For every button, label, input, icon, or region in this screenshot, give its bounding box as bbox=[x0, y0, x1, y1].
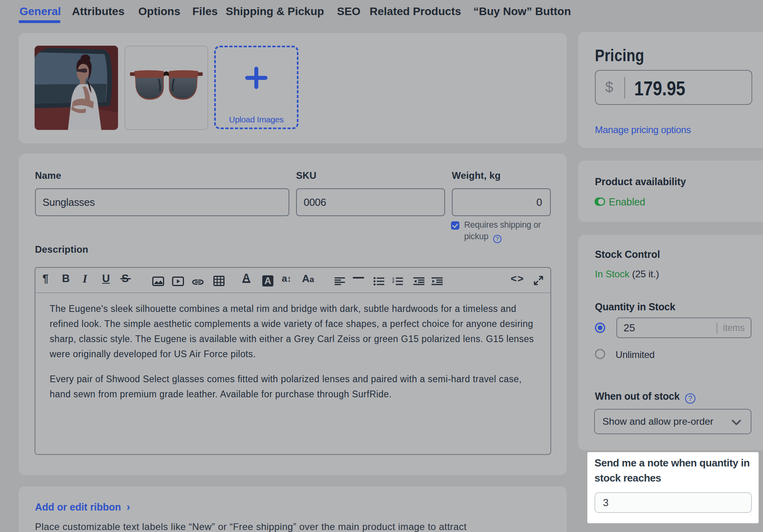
svg-text:2: 2 bbox=[392, 280, 394, 284]
